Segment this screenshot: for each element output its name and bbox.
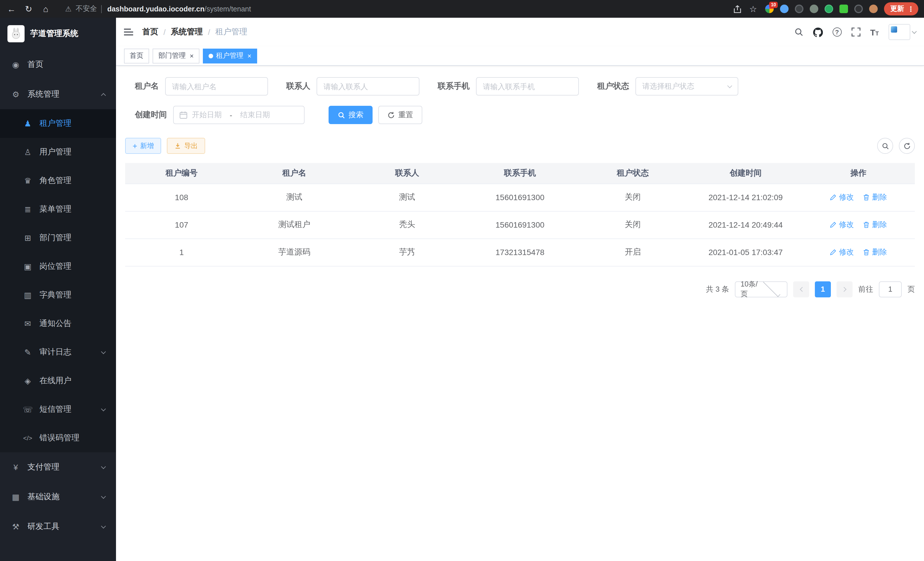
edit-link[interactable]: 修改 [830, 192, 854, 202]
site-security[interactable]: ⚠ 不安全 [65, 4, 101, 14]
share-icon[interactable] [734, 5, 741, 13]
cell-phone: 17321315478 [464, 238, 577, 266]
sidebar-item-payment[interactable]: ¥ 支付管理 [0, 452, 116, 482]
address-bar[interactable]: dashboard.yudao.iocoder.cn/system/tenant [107, 5, 251, 13]
sidebar-item-home[interactable]: ◉ 首页 [0, 50, 116, 80]
contact-input[interactable] [316, 77, 419, 96]
tab-dept[interactable]: 部门管理 × [153, 48, 200, 63]
kebab-menu-icon: ⋮ [908, 5, 914, 13]
sidebar-item-tenant[interactable]: ♟ 租户管理 [0, 109, 116, 138]
breadcrumb-home[interactable]: 首页 [142, 27, 158, 37]
back-icon[interactable]: ← [6, 5, 17, 13]
sidebar-item-system[interactable]: ⚙ 系统管理 [0, 80, 116, 109]
sidebar-item-label: 错误码管理 [39, 433, 80, 443]
export-button[interactable]: 导出 [167, 138, 205, 154]
logo[interactable]: 芋道管理系统 [0, 18, 116, 50]
goto-page-input[interactable] [879, 281, 902, 297]
browser-chrome: ← ↻ ⌂ ⚠ 不安全 dashboard.yudao.iocoder.cn/s… [0, 0, 924, 18]
sidebar-item-label: 字典管理 [39, 290, 71, 300]
sidebar-item-menus[interactable]: ≣ 菜单管理 [0, 195, 116, 224]
chevron-left-icon [800, 287, 805, 292]
cell-phone: 15601691300 [464, 183, 577, 211]
extension-dark-icon[interactable] [795, 5, 803, 13]
sidebar-item-departments[interactable]: ⊞ 部门管理 [0, 224, 116, 252]
close-icon[interactable]: × [248, 52, 251, 59]
prev-page-button[interactable] [793, 281, 809, 297]
cell-contact: 秃头 [351, 211, 464, 238]
font-size-icon[interactable]: TT [870, 27, 879, 37]
page-number-1[interactable]: 1 [815, 281, 831, 297]
divider [101, 5, 101, 13]
sidebar-item-label: 部门管理 [39, 233, 71, 243]
top-navbar: 首页 / 系统管理 / 租户管理 ? [116, 18, 924, 46]
browser-update-button[interactable]: 更新 ⋮ [884, 2, 918, 15]
refresh-button[interactable] [899, 138, 915, 154]
edit-link[interactable]: 修改 [830, 247, 854, 257]
extensions-puzzle-icon[interactable] [854, 5, 863, 13]
reload-icon[interactable]: ↻ [23, 5, 34, 13]
sidebar-collapse-icon[interactable] [124, 29, 133, 35]
help-icon[interactable]: ? [832, 27, 842, 37]
date-range-picker[interactable]: 开始日期 - 结束日期 [173, 106, 304, 124]
sidebar-item-audit-log[interactable]: ✎ 审计日志 [0, 338, 116, 367]
page-size-select[interactable]: 10条/页 [735, 281, 788, 297]
profile-avatar[interactable] [869, 5, 878, 13]
cell-contact: 芋艿 [351, 238, 464, 266]
delete-link[interactable]: 删除 [863, 247, 887, 257]
sidebar-item-label: 研发工具 [27, 522, 59, 532]
sidebar-item-online-users[interactable]: ◈ 在线用户 [0, 367, 116, 395]
extension-chat-icon[interactable] [839, 5, 848, 13]
sidebar-item-infrastructure[interactable]: ▦ 基础设施 [0, 482, 116, 512]
breadcrumb-separator: / [208, 27, 210, 37]
broken-image-icon [891, 26, 897, 33]
edit-link[interactable]: 修改 [830, 220, 854, 230]
toggle-search-button[interactable] [877, 138, 893, 154]
add-button[interactable]: + 新增 [125, 138, 161, 154]
sidebar-item-sms[interactable]: ☏ 短信管理 [0, 395, 116, 424]
breadcrumb-system[interactable]: 系统管理 [171, 27, 203, 37]
department-tree-icon: ⊞ [23, 233, 33, 242]
next-page-button[interactable] [837, 281, 853, 297]
reset-button[interactable]: 重置 [378, 106, 422, 124]
chevron-down-icon [728, 83, 732, 88]
search-button[interactable]: 搜索 [328, 106, 373, 124]
extension-blue-icon[interactable] [780, 5, 789, 13]
log-pencil-icon: ✎ [23, 348, 33, 357]
edit-label: 修改 [839, 192, 854, 202]
tags-view: 首页 部门管理 × 租户管理 × [116, 46, 924, 66]
tenant-icon: ♟ [23, 119, 33, 128]
phone-input[interactable] [476, 77, 579, 96]
sidebar-item-dictionary[interactable]: ▥ 字典管理 [0, 281, 116, 309]
tab-tenant[interactable]: 租户管理 × [203, 48, 257, 63]
search-icon[interactable] [794, 27, 803, 37]
bookmark-star-icon[interactable]: ☆ [747, 5, 759, 13]
github-icon[interactable] [813, 27, 823, 37]
sidebar-item-roles[interactable]: ♛ 角色管理 [0, 166, 116, 195]
sidebar-item-dev-tools[interactable]: ⚒ 研发工具 [0, 512, 116, 541]
sidebar-item-positions[interactable]: ▣ 岗位管理 [0, 252, 116, 281]
delete-link[interactable]: 删除 [863, 220, 887, 230]
page-unit-label: 页 [908, 284, 915, 294]
close-icon[interactable]: × [190, 52, 194, 59]
download-icon [174, 142, 181, 149]
tab-home[interactable]: 首页 [124, 48, 149, 63]
sidebar-item-notice[interactable]: ✉ 通知公告 [0, 309, 116, 338]
sidebar-item-users[interactable]: ♙ 用户管理 [0, 138, 116, 166]
home-icon[interactable]: ⌂ [40, 5, 51, 13]
search-button-label: 搜索 [349, 110, 363, 120]
delete-link[interactable]: 删除 [863, 192, 887, 202]
extension-colorful-icon[interactable] [765, 5, 774, 13]
tenant-status-select[interactable]: 请选择租户状态 [635, 77, 738, 96]
col-tenant-name: 租户名 [238, 163, 351, 183]
extension-green-circle-icon[interactable] [825, 5, 833, 13]
sidebar-item-label: 用户管理 [39, 147, 71, 157]
tenant-name-input[interactable] [165, 77, 268, 96]
user-menu[interactable] [889, 24, 916, 40]
fullscreen-icon[interactable] [851, 27, 860, 37]
extension-grey-green-icon[interactable] [810, 5, 818, 13]
sidebar-item-error-codes[interactable]: </> 错误码管理 [0, 424, 116, 452]
cell-id: 107 [125, 211, 238, 238]
cell-status: 关闭 [576, 211, 689, 238]
cell-status: 开启 [576, 238, 689, 266]
cell-name: 芋道源码 [238, 238, 351, 266]
